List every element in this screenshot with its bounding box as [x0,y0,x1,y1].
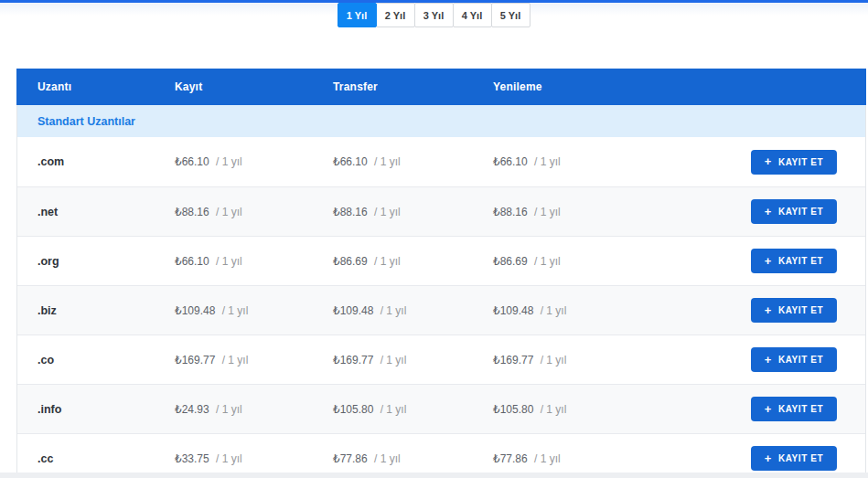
extension-cell: .net [38,206,175,218]
yenileme-price: ₺77.86 [493,452,528,465]
transfer-period: / 1 yıl [371,155,401,168]
transfer-period: / 1 yıl [377,403,406,416]
table-row: .net ₺88.16 / 1 yıl ₺88.16 / 1 yıl ₺88.1… [17,186,865,236]
kayit-et-button[interactable]: + KAYIT ET [751,298,837,323]
kayit-et-label: KAYIT ET [778,305,823,315]
plus-icon: + [765,304,772,316]
action-cell: + KAYIT ET [727,298,837,323]
kayit-period: / 1 yıl [213,206,242,218]
yenileme-price: ₺169.77 [493,354,533,366]
section-title: Standart Uzantılar [38,115,135,128]
yenileme-price-cell: ₺109.48 / 1 yıl [493,304,727,317]
action-cell: + KAYIT ET [727,150,837,175]
year-tab-3[interactable]: 3 Yıl [414,3,454,27]
transfer-price-cell: ₺77.86 / 1 yıl [333,452,493,465]
yenileme-period: / 1 yıl [537,354,566,366]
section-header-row: Standart Uzantılar [17,105,865,137]
yenileme-period: / 1 yıl [531,452,561,465]
plus-icon: + [765,354,772,366]
kayit-et-button[interactable]: + KAYIT ET [751,150,837,175]
year-tab-1[interactable]: 1 Yıl [338,3,377,27]
yenileme-price-cell: ₺169.77 / 1 yıl [493,354,727,366]
kayit-period: / 1 yıl [219,304,248,317]
action-cell: + KAYIT ET [727,347,837,372]
yenileme-period: / 1 yıl [531,206,561,218]
yenileme-price: ₺109.48 [493,304,533,317]
transfer-period: / 1 yıl [371,255,401,268]
extension-cell: .info [38,403,175,416]
yenileme-period: / 1 yıl [537,304,566,317]
year-tab-label: 3 Yıl [423,10,444,21]
kayit-et-button[interactable]: + KAYIT ET [751,397,837,421]
kayit-price: ₺169.77 [175,354,215,366]
transfer-price-cell: ₺88.16 / 1 yıl [333,206,493,218]
transfer-period: / 1 yıl [371,206,401,218]
transfer-price-cell: ₺66.10 / 1 yıl [333,155,493,168]
transfer-price: ₺169.77 [333,354,373,366]
year-tab-label: 1 Yıl [347,10,367,21]
yenileme-price-cell: ₺86.69 / 1 yıl [493,255,727,268]
transfer-price: ₺88.16 [333,206,368,218]
yenileme-price: ₺105.80 [493,403,533,416]
year-tab-label: 2 Yıl [385,10,405,21]
action-cell: + KAYIT ET [727,249,837,273]
kayit-period: / 1 yıl [213,452,242,465]
kayit-period: / 1 yıl [213,255,242,268]
kayit-et-label: KAYIT ET [778,157,823,167]
kayit-price: ₺66.10 [175,155,209,168]
transfer-period: / 1 yıl [371,452,401,465]
kayit-et-button[interactable]: + KAYIT ET [751,446,837,471]
table-header-row: UzantıKayıtTransferYenileme [16,69,866,105]
kayit-price: ₺33.75 [175,452,209,465]
yenileme-price-cell: ₺88.16 / 1 yıl [493,206,727,218]
kayit-period: / 1 yıl [219,354,248,366]
kayit-et-label: KAYIT ET [778,453,823,463]
kayit-et-button[interactable]: + KAYIT ET [751,249,837,273]
kayit-et-button[interactable]: + KAYIT ET [751,199,837,224]
kayit-price: ₺88.16 [175,206,209,218]
table-row: .info ₺24.93 / 1 yıl ₺105.80 / 1 yıl ₺10… [17,384,865,433]
kayit-price-cell: ₺66.10 / 1 yıl [175,255,333,268]
table-row: .co ₺169.77 / 1 yıl ₺169.77 / 1 yıl ₺169… [17,335,865,384]
kayit-period: / 1 yıl [213,155,242,168]
yenileme-period: / 1 yıl [531,155,561,168]
kayit-price-cell: ₺33.75 / 1 yıl [175,452,333,465]
kayit-et-button[interactable]: + KAYIT ET [751,347,837,372]
kayit-price-cell: ₺109.48 / 1 yıl [175,304,333,317]
plus-icon: + [765,206,772,218]
kayit-et-label: KAYIT ET [778,355,823,365]
kayit-price: ₺66.10 [175,255,209,268]
kayit-period: / 1 yıl [213,403,242,416]
transfer-price-cell: ₺169.77 / 1 yıl [333,354,493,366]
extension-cell: .org [38,255,175,268]
kayit-price: ₺24.93 [175,403,209,416]
table-row: .biz ₺109.48 / 1 yıl ₺109.48 / 1 yıl ₺10… [17,285,865,335]
column-header: Yenileme [493,80,728,93]
kayit-et-label: KAYIT ET [778,207,823,217]
action-cell: + KAYIT ET [727,199,837,224]
kayit-et-label: KAYIT ET [778,256,823,266]
transfer-price: ₺86.69 [333,255,368,268]
transfer-period: / 1 yıl [377,354,406,366]
domain-pricing-page: 1 Yıl 2 Yıl 3 Yıl 4 Yıl 5 Yıl UzantıKayı… [0,0,868,478]
year-tab-5[interactable]: 5 Yıl [491,3,530,27]
table-body: .com ₺66.10 / 1 yıl ₺66.10 / 1 yıl ₺66.1… [17,137,865,478]
table-row: .com ₺66.10 / 1 yıl ₺66.10 / 1 yıl ₺66.1… [17,137,865,186]
column-header: Kayıt [175,80,333,93]
year-tab-bar: 1 Yıl 2 Yıl 3 Yıl 4 Yıl 5 Yıl [0,3,868,27]
table-row: .cc ₺33.75 / 1 yıl ₺77.86 / 1 yıl ₺77.86… [17,433,865,478]
plus-icon: + [765,255,772,267]
yenileme-period: / 1 yıl [531,255,561,268]
transfer-price: ₺109.48 [333,304,373,317]
transfer-price: ₺105.80 [333,403,373,416]
year-tab-4[interactable]: 4 Yıl [453,3,492,27]
next-row-partial [0,473,868,478]
kayit-price-cell: ₺66.10 / 1 yıl [175,155,333,168]
year-tab-label: 4 Yıl [462,10,482,21]
transfer-period: / 1 yıl [377,304,406,317]
transfer-price: ₺77.86 [333,452,368,465]
column-header: Transfer [333,80,493,93]
yenileme-price-cell: ₺105.80 / 1 yıl [493,403,727,416]
year-tab-2[interactable]: 2 Yıl [376,3,415,27]
extension-cell: .cc [38,452,175,465]
